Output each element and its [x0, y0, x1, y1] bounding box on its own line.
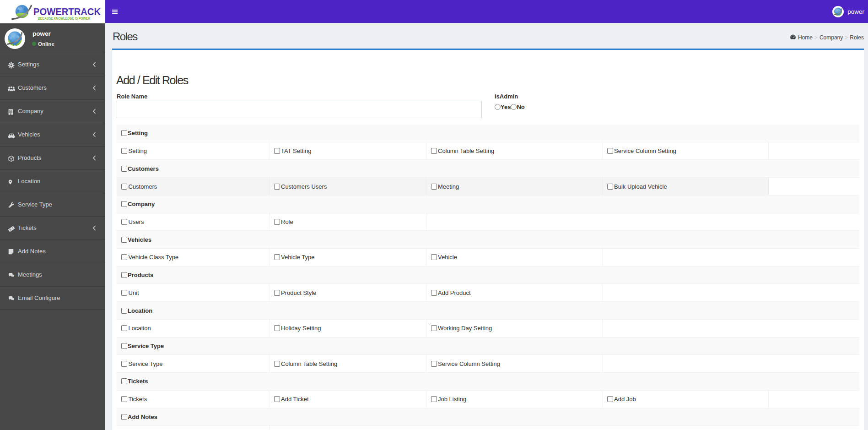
svg-text:BECAUSE KNOWLEDGE IS POWER: BECAUSE KNOWLEDGE IS POWER [38, 16, 91, 21]
